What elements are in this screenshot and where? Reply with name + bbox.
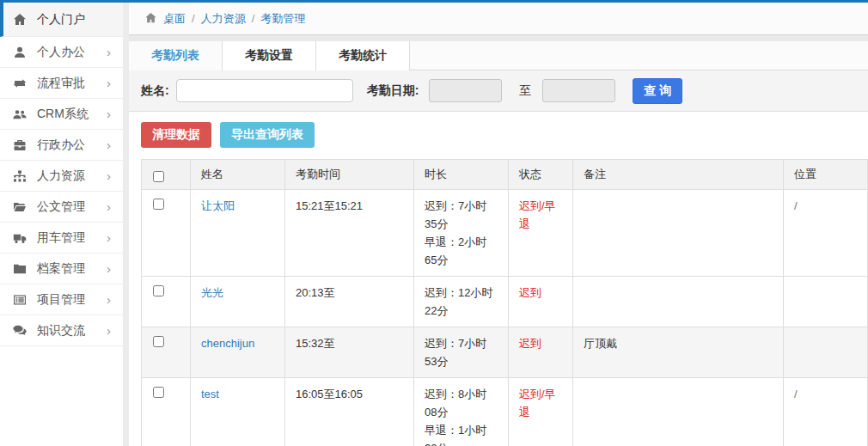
row-checkbox[interactable]: [153, 285, 164, 296]
sidebar-item-label: 公文管理: [37, 199, 85, 215]
chevron-right-icon: ›: [107, 293, 111, 306]
sidebar-item-label: 个人办公: [37, 45, 85, 60]
col-name: 姓名: [191, 160, 285, 190]
sidebar-item-list[interactable]: 项目管理 ›: [0, 284, 123, 315]
chevron-right-icon: ›: [107, 262, 111, 275]
filter-bar: 姓名: 考勤日期: 至 查 询: [129, 70, 868, 112]
row-checkbox[interactable]: [153, 336, 164, 347]
sidebar-scrollbar[interactable]: [123, 3, 129, 446]
date-from-input[interactable]: [429, 79, 502, 102]
home-icon: [144, 10, 163, 27]
duration-line: 早退：1小时92分: [425, 421, 498, 446]
sidebar-item-retweet[interactable]: 流程审批 ›: [0, 68, 123, 99]
row-checkbox[interactable]: [153, 199, 164, 210]
col-status: 状态: [509, 160, 573, 190]
chevron-right-icon: ›: [107, 324, 111, 337]
content-divider: [129, 35, 868, 41]
tab-attendance-stats[interactable]: 考勤统计: [316, 41, 410, 70]
table-row: 让太阳 15:21至15:21 迟到：7小时35分早退：2小时65分 迟到/早退…: [142, 190, 868, 277]
breadcrumb: 桌面/人力资源/考勤管理: [129, 3, 868, 35]
sidebar-item-folder-open[interactable]: 公文管理 ›: [0, 192, 123, 223]
sidebar-item-users[interactable]: CRM系统 ›: [0, 99, 123, 130]
attendance-table-wrap: 姓名 考勤时间 时长 状态 备注 位置 让太阳 15:21至15:21 迟到：7…: [141, 159, 868, 446]
attendance-time: 20:13至: [285, 277, 414, 327]
chevron-right-icon: ›: [107, 76, 111, 89]
truck-icon: [13, 231, 28, 245]
table-row: chenchijun 15:32至 迟到：7小时53分 迟到 厅顶戴: [142, 327, 868, 378]
sidebar-item-home[interactable]: 个人门户: [0, 3, 123, 37]
search-button[interactable]: 查 询: [633, 78, 682, 104]
location: [784, 277, 868, 327]
breadcrumb-link[interactable]: 人力资源: [201, 12, 246, 25]
chevron-right-icon: ›: [107, 231, 111, 244]
folder-icon: [13, 262, 28, 276]
chevron-right-icon: ›: [107, 169, 111, 182]
col-time: 考勤时间: [285, 160, 414, 190]
attendance-time: 15:21至15:21: [285, 190, 414, 277]
remark: 厅顶戴: [573, 327, 784, 378]
attendance-table: 姓名 考勤时间 时长 状态 备注 位置 让太阳 15:21至15:21 迟到：7…: [141, 159, 868, 446]
date-to-input[interactable]: [542, 79, 615, 102]
sidebar-item-user[interactable]: 个人办公 ›: [0, 37, 123, 68]
sitemap-icon: [13, 169, 28, 183]
sidebar-item-label: 人力资源: [37, 168, 85, 184]
sidebar-item-label: 知识交流: [37, 323, 85, 339]
date-to-separator: 至: [519, 83, 531, 99]
duration-line: 迟到：7小时53分: [425, 334, 498, 370]
sidebar-item-comments[interactable]: 知识交流 ›: [0, 315, 123, 346]
duration-line: 迟到：8小时08分: [425, 385, 498, 421]
duration: 迟到：12小时22分: [414, 277, 509, 327]
chevron-right-icon: ›: [107, 46, 111, 58]
users-icon: [13, 107, 28, 121]
home-icon: [13, 13, 28, 27]
export-list-button[interactable]: 导出查询列表: [220, 122, 315, 148]
row-checkbox[interactable]: [153, 387, 164, 398]
location: /: [784, 378, 868, 446]
briefcase-icon: [13, 138, 28, 152]
sidebar-item-label: 用车管理: [37, 230, 85, 246]
status-text: 迟到: [519, 286, 541, 299]
name-input[interactable]: [176, 79, 353, 102]
attendance-time: 15:32至: [285, 327, 414, 378]
name-label: 姓名:: [141, 83, 169, 99]
main-area: 桌面/人力资源/考勤管理 考勤列表考勤设置考勤统计 姓名: 考勤日期: 至 查 …: [129, 3, 868, 446]
user-icon: [13, 46, 28, 59]
breadcrumb-link[interactable]: 桌面: [163, 12, 186, 25]
duration-line: 早退：2小时65分: [425, 233, 498, 269]
table-row: 光光 20:13至 迟到：12小时22分 迟到: [142, 277, 868, 327]
sidebar: 个人门户 个人办公 › 流程审批 › CRM系统 › 行政办公 › 人力资源 ›…: [0, 3, 129, 446]
col-duration: 时长: [414, 160, 509, 190]
duration: 迟到：7小时35分早退：2小时65分: [414, 190, 509, 277]
employee-name-link[interactable]: test: [201, 388, 219, 400]
sidebar-item-folder[interactable]: 档案管理 ›: [0, 254, 123, 284]
chevron-right-icon: ›: [107, 138, 111, 151]
tab-attendance-settings[interactable]: 考勤设置: [223, 41, 316, 70]
folder-open-icon: [13, 200, 28, 214]
duration: 迟到：8小时08分早退：1小时92分: [414, 378, 509, 446]
sidebar-item-truck[interactable]: 用车管理 ›: [0, 223, 123, 254]
chevron-right-icon: ›: [107, 107, 111, 120]
tab-attendance-list[interactable]: 考勤列表: [129, 41, 223, 71]
employee-name-link[interactable]: 光光: [201, 286, 223, 299]
sidebar-item-briefcase[interactable]: 行政办公 ›: [0, 130, 123, 161]
duration-line: 迟到：12小时22分: [425, 284, 498, 320]
employee-name-link[interactable]: chenchijun: [201, 337, 254, 350]
status-text: 迟到: [519, 337, 541, 350]
col-remark: 备注: [573, 160, 784, 190]
attendance-time: 16:05至16:05: [285, 378, 414, 446]
clear-data-button[interactable]: 清理数据: [141, 122, 211, 148]
breadcrumb-link[interactable]: 考勤管理: [260, 12, 305, 25]
list-icon: [13, 293, 28, 307]
select-all-checkbox[interactable]: [153, 171, 164, 182]
remark: [573, 190, 784, 277]
table-header-row: 姓名 考勤时间 时长 状态 备注 位置: [142, 160, 868, 190]
tab-bar: 考勤列表考勤设置考勤统计: [129, 41, 868, 70]
sidebar-item-label: 档案管理: [37, 261, 85, 277]
duration-line: 迟到：7小时35分: [425, 197, 498, 233]
remark: [573, 378, 784, 446]
sidebar-item-label: 个人门户: [37, 12, 85, 27]
col-location: 位置: [784, 160, 868, 190]
sidebar-item-sitemap[interactable]: 人力资源 ›: [0, 161, 123, 192]
sidebar-item-label: CRM系统: [37, 107, 89, 122]
employee-name-link[interactable]: 让太阳: [201, 199, 235, 212]
